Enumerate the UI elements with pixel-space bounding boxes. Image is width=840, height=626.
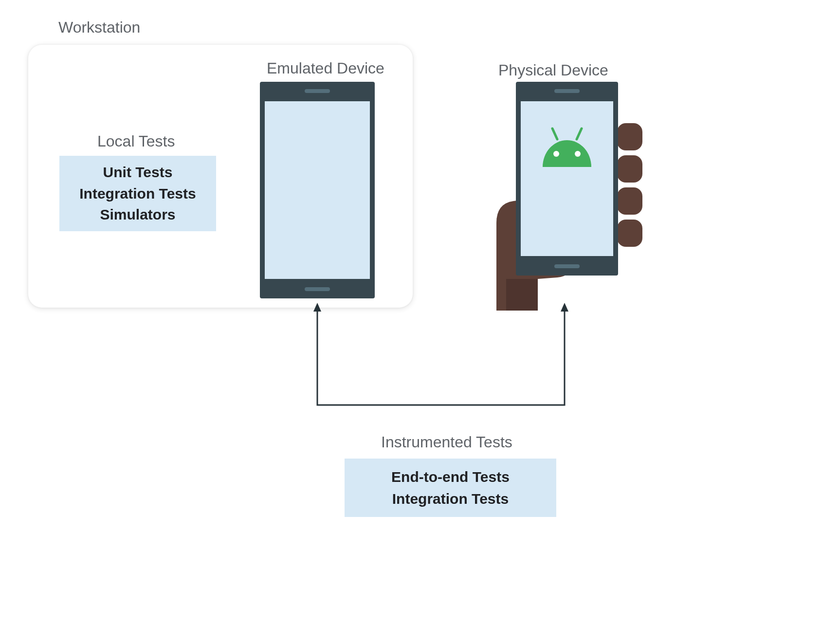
svg-line-4 [552, 129, 557, 139]
svg-line-5 [577, 129, 582, 139]
svg-rect-2 [617, 187, 642, 215]
android-icon [538, 126, 596, 172]
local-tests-box: Unit Tests Integration Tests Simulators [59, 156, 216, 231]
emulated-device-label: Emulated Device [267, 59, 384, 77]
instrumented-tests-box: End-to-end Tests Integration Tests [345, 459, 556, 517]
instrumented-tests-label: Instrumented Tests [381, 433, 512, 451]
svg-marker-9 [561, 303, 568, 312]
svg-marker-8 [313, 303, 321, 312]
connector-arrows [311, 303, 574, 415]
svg-point-7 [575, 151, 581, 157]
workstation-label: Workstation [58, 18, 140, 37]
local-tests-line3: Simulators [100, 204, 175, 225]
local-tests-label: Local Tests [97, 132, 175, 150]
local-tests-line2: Integration Tests [79, 183, 196, 204]
physical-device-group [487, 82, 642, 315]
svg-rect-0 [617, 123, 642, 150]
svg-point-6 [553, 151, 559, 157]
physical-phone-icon [516, 82, 618, 276]
instrumented-line2: Integration Tests [392, 488, 509, 510]
svg-rect-3 [617, 220, 642, 247]
svg-rect-1 [617, 155, 642, 183]
local-tests-line1: Unit Tests [103, 162, 173, 183]
instrumented-line1: End-to-end Tests [391, 466, 510, 488]
emulated-phone-icon [260, 82, 375, 298]
physical-device-label: Physical Device [498, 61, 608, 79]
